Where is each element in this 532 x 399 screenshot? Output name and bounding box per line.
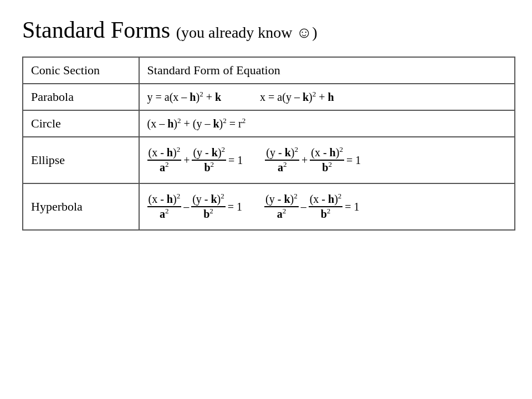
table-row-parabola: Parabola y = a(x – h)2 + k x = a(y – k)2… xyxy=(23,84,515,110)
hyperbola-frac2-num: (y - k)2 xyxy=(191,193,226,207)
ellipse-label: Ellipse xyxy=(23,137,139,183)
hyperbola-frac1-den: a2 xyxy=(158,207,170,221)
hyperbola-frac2-den: b2 xyxy=(202,207,214,221)
header-col-equation: Standard Form of Equation xyxy=(139,57,515,84)
hyperbola-eq1: (x - h)2 a2 – (y - k)2 b2 = 1 xyxy=(147,193,243,221)
header-equation-label: Standard Form of Equation xyxy=(147,63,280,77)
table-row-circle: Circle (x – h)2 + (y – k)2 = r2 xyxy=(23,110,515,137)
ellipse-frac1: (x - h)2 a2 xyxy=(147,146,182,174)
ellipse-frac4-num: (x - h)2 xyxy=(310,146,344,161)
ellipse-frac1-num: (x - h)2 xyxy=(147,146,182,161)
ellipse-frac1-den: a2 xyxy=(158,161,170,174)
parabola-equations: y = a(x – h)2 + k x = a(y – k)2 + h xyxy=(139,84,515,110)
parabola-eq1: y = a(x – h)2 + k xyxy=(147,91,222,103)
parabola-label: Parabola xyxy=(23,84,139,110)
hyperbola-frac4-den: b2 xyxy=(320,207,332,221)
ellipse-frac3: (y - k)2 a2 xyxy=(265,146,299,174)
header-col-section: Conic Section xyxy=(23,57,139,84)
table-header-row: Conic Section Standard Form of Equation xyxy=(23,57,515,84)
title-sub: (you already know ☺) xyxy=(176,24,318,41)
hyperbola-frac2: (y - k)2 b2 xyxy=(191,193,226,221)
ellipse-frac2-num: (y - k)2 xyxy=(192,146,226,161)
ellipse-frac2-den: b2 xyxy=(203,161,215,174)
table-row-hyperbola: Hyperbola (x - h)2 a2 – (y - k)2 b2 = 1 xyxy=(23,183,515,230)
hyperbola-frac3-den: a2 xyxy=(276,207,288,221)
circle-equation: (x – h)2 + (y – k)2 = r2 xyxy=(139,110,515,137)
hyperbola-eq2: (y - k)2 a2 – (x - h)2 b2 = 1 xyxy=(264,193,360,221)
hyperbola-label: Hyperbola xyxy=(23,183,139,230)
ellipse-frac4: (x - h)2 b2 xyxy=(310,146,344,174)
hyperbola-equations: (x - h)2 a2 – (y - k)2 b2 = 1 (y - k)2 a… xyxy=(139,183,515,230)
ellipse-frac2: (y - k)2 b2 xyxy=(192,146,226,174)
ellipse-eq2: (y - k)2 a2 + (x - h)2 b2 = 1 xyxy=(265,146,361,174)
circle-eq: (x – h)2 + (y – k)2 = r2 xyxy=(147,117,246,130)
ellipse-frac3-den: a2 xyxy=(277,161,288,174)
ellipse-two-equations: (x - h)2 a2 + (y - k)2 b2 = 1 (y - k)2 a… xyxy=(147,146,507,174)
ellipse-eq1: (x - h)2 a2 + (y - k)2 b2 = 1 xyxy=(147,146,243,174)
conic-sections-table: Conic Section Standard Form of Equation … xyxy=(22,57,515,231)
hyperbola-frac1-num: (x - h)2 xyxy=(147,193,182,207)
ellipse-equations: (x - h)2 a2 + (y - k)2 b2 = 1 (y - k)2 a… xyxy=(139,137,515,183)
header-section-label: Conic Section xyxy=(31,63,100,77)
hyperbola-frac3-num: (y - k)2 xyxy=(264,193,299,207)
ellipse-frac3-num: (y - k)2 xyxy=(265,146,299,161)
hyperbola-two-equations: (x - h)2 a2 – (y - k)2 b2 = 1 (y - k)2 a… xyxy=(147,193,507,221)
hyperbola-frac1: (x - h)2 a2 xyxy=(147,193,182,221)
table-row-ellipse: Ellipse (x - h)2 a2 + (y - k)2 b2 = 1 xyxy=(23,137,515,183)
hyperbola-frac4-num: (x - h)2 xyxy=(309,193,343,207)
circle-label: Circle xyxy=(23,110,139,137)
hyperbola-frac3: (y - k)2 a2 xyxy=(264,193,299,221)
page-title: Standard Forms (you already know ☺) xyxy=(22,17,318,43)
parabola-eq2: x = a(y – k)2 + h xyxy=(260,91,334,103)
title-main: Standard Forms xyxy=(22,17,170,43)
hyperbola-frac4: (x - h)2 b2 xyxy=(309,193,343,221)
ellipse-frac4-den: b2 xyxy=(321,161,333,174)
